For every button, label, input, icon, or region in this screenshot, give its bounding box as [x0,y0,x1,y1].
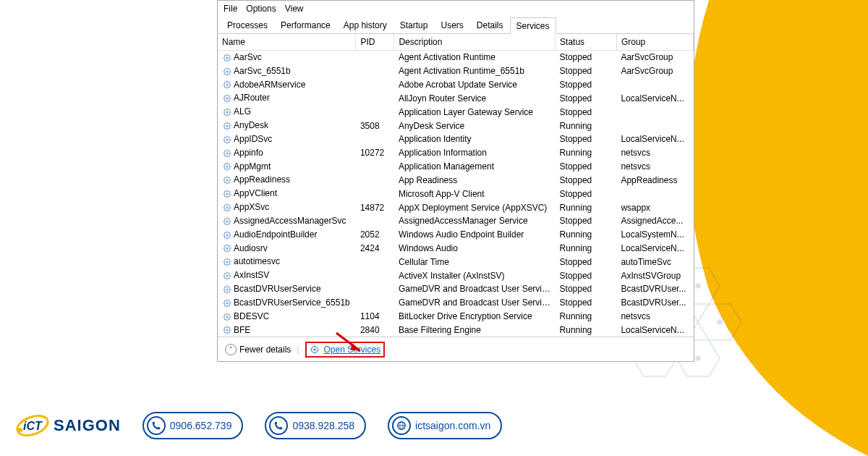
svg-point-23 [226,70,228,72]
svg-line-21 [224,60,225,61]
tab-app-history[interactable]: App history [337,17,393,33]
table-row[interactable]: AppXSvc14872AppX Deployment Service (App… [218,200,694,214]
table-row[interactable]: ALGApplication Layer Gateway ServiceStop… [218,105,694,119]
column-status[interactable]: Status [556,34,617,51]
svg-line-180 [229,273,230,274]
table-row[interactable]: AssignedAccessManagerSvcAssignedAccessMa… [218,214,694,228]
website-url: ictsaigon.com.vn [415,420,490,431]
menu-file[interactable]: File [224,4,237,14]
table-row[interactable]: AJRouterAllJoyn Router ServiceStoppedLoc… [218,91,694,105]
svg-line-30 [229,69,230,69]
table-row[interactable]: AppReadinessApp ReadinessStoppedAppReadi… [218,173,694,187]
svg-line-18 [224,55,225,56]
gear-icon [222,325,232,335]
tab-users[interactable]: Users [434,17,469,33]
svg-point-43 [226,98,228,100]
fewer-details-toggle[interactable]: ˄ Fewer details [225,344,291,355]
svg-line-28 [224,69,225,69]
svg-line-108 [224,177,225,178]
brand-name: SAIGON [54,416,121,435]
column-pid[interactable]: PID [356,34,394,51]
svg-point-193 [226,302,228,304]
tab-services[interactable]: Services [510,17,556,34]
svg-line-70 [229,123,230,124]
column-description[interactable]: Description [394,34,556,51]
table-row[interactable]: AarSvcAgent Activation RuntimeStoppedAar… [218,51,694,64]
gear-icon [222,230,232,240]
column-group[interactable]: Group [616,34,693,51]
svg-point-153 [226,248,228,250]
tab-startup[interactable]: Startup [393,17,435,33]
table-row[interactable]: Appinfo10272Application InformationRunni… [218,146,694,160]
phone-2-number: 0938.928.258 [292,420,354,431]
tab-details[interactable]: Details [470,17,510,33]
menu-view[interactable]: View [285,4,304,14]
svg-line-31 [224,73,225,74]
table-row[interactable]: AdobeARMserviceAdobe Acrobat Update Serv… [218,78,694,92]
svg-line-210 [229,314,230,315]
svg-line-39 [229,87,230,88]
gear-icon [222,53,232,63]
svg-line-139 [229,224,230,224]
svg-point-83 [226,152,228,154]
svg-point-9 [718,320,722,324]
gear-icon [222,67,232,77]
table-row[interactable]: AarSvc_6551bAgent Activation Runtime_655… [218,64,694,78]
svg-line-71 [224,128,225,129]
gear-icon [222,121,232,131]
column-name[interactable]: Name [218,34,356,51]
services-icon [310,345,320,355]
tab-performance[interactable]: Performance [274,17,337,33]
table-row[interactable]: AppIDSvcApplication IdentityStoppedLocal… [218,132,694,146]
table-row[interactable]: AnyDesk3508AnyDesk ServiceRunning [218,119,694,132]
tab-processes[interactable]: Processes [221,17,274,33]
svg-line-160 [229,245,230,246]
svg-text:iCT: iCT [23,420,43,432]
svg-line-109 [229,182,230,183]
table-row[interactable]: autotimesvcCellular TimeStoppedautoTimeS… [218,255,694,269]
svg-line-99 [229,169,230,169]
svg-line-191 [224,292,225,292]
svg-line-79 [229,142,230,143]
table-row[interactable]: BFE2840Base Filtering EngineRunningLocal… [218,324,694,337]
table-row[interactable]: AxInstSVActiveX Installer (AxInstSV)Stop… [218,269,694,282]
table-row[interactable]: AppVClientMicrosoft App-V ClientStopped [218,187,694,200]
gear-icon [222,148,232,159]
table-row[interactable]: AppMgmtApplication ManagementStoppednets… [218,160,694,174]
phone-2[interactable]: 0938.928.258 [265,412,366,439]
svg-line-148 [224,232,225,233]
svg-line-80 [229,137,230,138]
svg-line-151 [224,237,225,237]
fewer-details-label: Fewer details [239,345,291,355]
svg-line-60 [229,109,230,110]
gear-icon [222,271,232,281]
svg-point-33 [226,84,228,86]
table-row[interactable]: BcastDVRUserService_6551bGameDVR and Bro… [218,296,694,310]
svg-line-50 [229,96,230,96]
phone-icon [147,416,166,435]
svg-line-129 [229,210,230,211]
table-row[interactable]: BcastDVRUserServiceGameDVR and Broadcast… [218,282,694,296]
phone-1-number: 0906.652.739 [170,420,232,431]
svg-point-13 [226,56,228,59]
gear-icon [222,161,232,172]
svg-point-11 [696,356,700,360]
table-row[interactable]: Audiosrv2424Windows AudioRunningLocalSer… [218,242,694,256]
svg-line-38 [224,82,225,83]
gear-icon [222,107,232,117]
gear-icon [222,257,232,267]
website[interactable]: ictsaigon.com.vn [388,412,502,439]
svg-line-118 [224,191,225,192]
phone-1[interactable]: 0906.652.739 [142,412,244,439]
svg-line-121 [224,196,225,197]
menu-options[interactable]: Options [246,4,276,14]
gear-icon [222,312,232,322]
table-row[interactable]: AudioEndpointBuilder2052Windows Audio En… [218,228,694,242]
svg-line-100 [229,164,230,164]
services-table-container[interactable]: Name PID Description Status Group AarSvc… [218,34,694,337]
table-row[interactable]: BDESVC1104BitLocker Drive Encryption Ser… [218,310,694,324]
svg-point-53 [226,111,228,114]
svg-line-98 [224,164,225,164]
svg-line-101 [224,169,225,169]
svg-line-178 [224,273,225,274]
